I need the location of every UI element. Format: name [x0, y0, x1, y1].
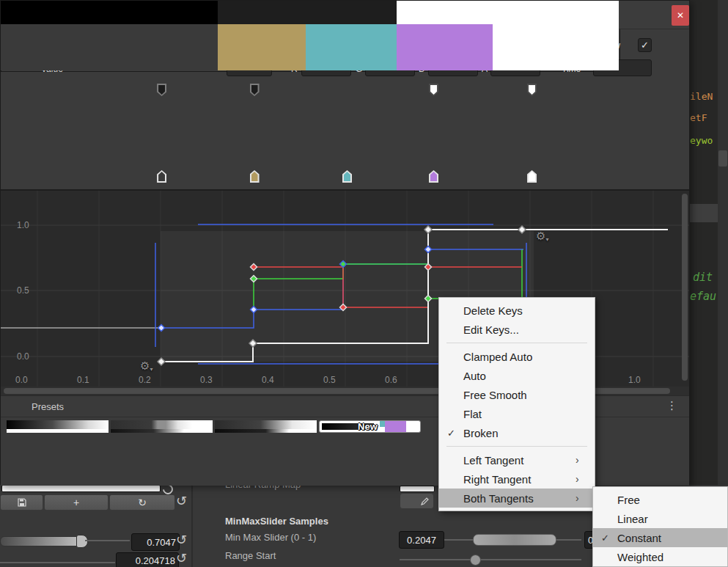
context-menu: Delete Keys Edit Keys... Clamped Auto Au…: [438, 297, 595, 511]
preset-new-label: New: [358, 421, 378, 432]
minmax-track-left[interactable]: [444, 539, 474, 541]
color-key-marker[interactable]: [429, 170, 438, 183]
undo-icon-2[interactable]: ↺: [176, 533, 187, 546]
gradient-preview[interactable]: [1, 1, 620, 72]
alpha-key-marker[interactable]: [157, 84, 166, 96]
color-segment: [493, 24, 619, 70]
alpha-key-marker[interactable]: [250, 84, 260, 96]
alpha-segment: [397, 1, 619, 24]
code-scrollbar-thumb[interactable]: [718, 150, 727, 167]
alpha-segment: [1, 1, 218, 24]
screen: + ↻ ↺ 0.7047 ↺ 0.204718 ↺ Linear Ramp Ma…: [0, 0, 728, 567]
gradient-alpha-row: [1, 1, 619, 24]
preset-new-purple-segment: [385, 421, 406, 432]
menu-item-clamped-auto[interactable]: Clamped Auto: [439, 347, 595, 366]
preset-swatch-2[interactable]: [111, 420, 213, 433]
check-icon: ✓: [439, 428, 463, 439]
y-tick-label: 0.0: [17, 351, 29, 362]
ramp-slider-handle[interactable]: [76, 535, 88, 548]
alpha-key-marker[interactable]: [527, 84, 537, 96]
menu-item-both-tangents[interactable]: Both Tangents›: [439, 489, 595, 508]
srgb-checkbox[interactable]: ✓: [638, 38, 652, 52]
menu-item-edit-keys[interactable]: Edit Keys...: [439, 320, 595, 339]
key-gear-icon-right[interactable]: ⚙▾: [536, 230, 548, 245]
color-segment: [1, 24, 218, 70]
slider1-value-field[interactable]: 0.7047: [131, 533, 180, 551]
x-tick-label: 0.4: [262, 375, 274, 385]
x-tick-label: 0.5: [323, 375, 336, 385]
key-gear-icon-left[interactable]: ⚙▾: [140, 360, 152, 375]
slider2-value-field[interactable]: 0.204718: [116, 552, 179, 567]
check-icon: ✓: [641, 40, 649, 51]
code-text: ileN: [690, 91, 713, 102]
plus-icon: +: [73, 497, 79, 508]
x-tick-label: 0.3: [200, 375, 213, 385]
add-preset-button[interactable]: +: [44, 494, 109, 511]
menu-item-auto[interactable]: Auto: [439, 366, 595, 385]
submenu-item-linear[interactable]: Linear: [593, 509, 727, 528]
ramp-preview-left[interactable]: [1, 485, 161, 492]
ramp-preview-right[interactable]: [400, 486, 435, 492]
preset-new-teal-segment: [380, 421, 385, 427]
code-editor-strip: ileNetFeywoditefau: [690, 0, 728, 485]
x-tick-label: 0.6: [385, 375, 397, 385]
preset-swatch-1[interactable]: [7, 420, 109, 433]
color-key-marker[interactable]: [527, 170, 537, 183]
minmax-track-right[interactable]: [556, 539, 581, 541]
undo-icon[interactable]: ↺: [176, 494, 187, 508]
refresh-button[interactable]: ↻: [109, 494, 175, 511]
color-segment: [218, 24, 306, 70]
submenu-item-free[interactable]: Free: [593, 490, 727, 509]
x-tick-label: 0.1: [77, 375, 89, 385]
y-tick-label: 0.5: [17, 285, 29, 296]
floppy-icon: [18, 498, 26, 507]
menu-separator: [446, 446, 587, 447]
submenu-item-constant[interactable]: ✓Constant: [593, 528, 727, 547]
close-icon: ✕: [677, 10, 684, 21]
edit-ramp-button[interactable]: [400, 493, 434, 509]
x-tick-label: 0.0: [15, 375, 28, 385]
color-segment: [306, 24, 397, 70]
preset-swatch-3[interactable]: [215, 420, 317, 433]
submenu-item-weighted[interactable]: Weighted: [593, 547, 727, 566]
range-start-handle[interactable]: [470, 555, 481, 566]
code-text: dit: [693, 271, 713, 284]
menu-separator: [446, 343, 587, 343]
curve-vscrollbar-thumb[interactable]: [682, 194, 688, 381]
menu-item-broken[interactable]: ✓Broken: [439, 423, 595, 442]
x-tick-label: 0.2: [139, 375, 151, 385]
color-segment: [397, 24, 493, 70]
ramp-slider-fill[interactable]: [0, 536, 84, 546]
menu-item-free-smooth[interactable]: Free Smooth: [439, 385, 595, 404]
menu-item-flat[interactable]: Flat: [439, 404, 595, 423]
color-key-marker[interactable]: [250, 170, 260, 183]
submenu-arrow-icon: ›: [576, 454, 595, 466]
preset-swatch-new[interactable]: New: [319, 420, 421, 433]
code-scrollbar-track[interactable]: [718, 0, 728, 485]
pencil-icon: [420, 497, 430, 506]
code-text: etF: [690, 112, 707, 123]
menu-item-right-tangent[interactable]: Right Tangent›: [439, 469, 595, 489]
color-key-marker[interactable]: [157, 170, 166, 183]
tangent-submenu: Free Linear ✓Constant Weighted: [592, 486, 728, 567]
range-start-track[interactable]: [400, 559, 581, 560]
gradient-color-row: [1, 24, 619, 70]
minmax-header: MinMaxSlider Samples: [225, 516, 328, 527]
menu-item-delete-keys[interactable]: Delete Keys: [439, 301, 595, 320]
color-key-marker[interactable]: [342, 170, 352, 183]
presets-header: Presets: [32, 401, 64, 412]
minmax-value-field[interactable]: 0.2047: [399, 531, 444, 549]
minmax-label: Min Max Slider (0 - 1): [225, 532, 316, 543]
close-button[interactable]: ✕: [672, 5, 689, 26]
alpha-segment: [218, 1, 397, 24]
save-ramp-button[interactable]: [0, 494, 43, 511]
alpha-key-marker[interactable]: [429, 84, 438, 96]
minmax-range-bar[interactable]: [473, 534, 556, 546]
ramp-slider-track[interactable]: [85, 540, 130, 541]
check-icon: ✓: [593, 533, 617, 544]
undo-icon-3[interactable]: ↺: [176, 552, 187, 565]
kebab-menu-icon[interactable]: ⋮: [666, 399, 677, 412]
range-start-label: Range Start: [225, 550, 276, 561]
menu-item-left-tangent[interactable]: Left Tangent›: [439, 450, 595, 469]
slider2-track[interactable]: [0, 562, 115, 563]
